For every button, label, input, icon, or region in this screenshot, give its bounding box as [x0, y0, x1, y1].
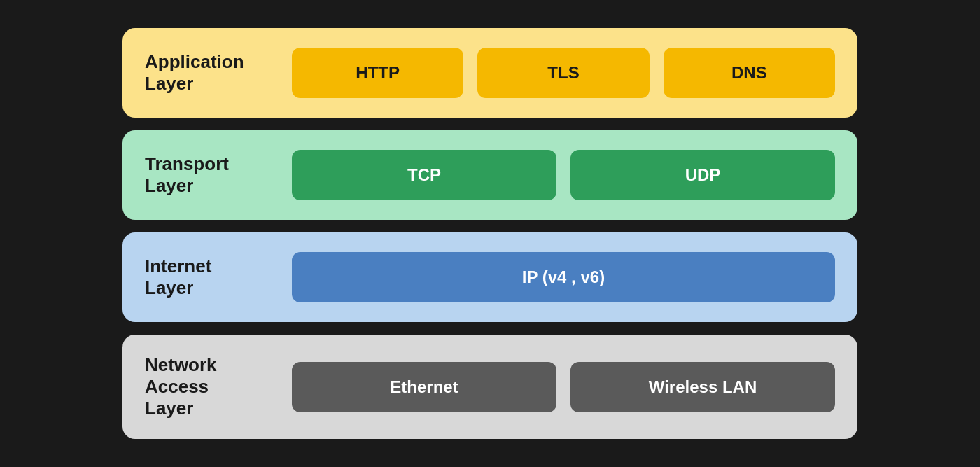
layer-item-ip--v4---v6-: IP (v4 , v6) — [292, 252, 835, 302]
layer-internet-label: Internet Layer — [145, 256, 271, 299]
layer-internet: Internet LayerIP (v4 , v6) — [122, 232, 858, 322]
layer-network: Network Access LayerEthernetWireless LAN — [122, 335, 858, 440]
layer-network-items: EthernetWireless LAN — [292, 362, 835, 412]
layer-transport: Transport LayerTCPUDP — [122, 130, 858, 220]
network-diagram: Application LayerHTTPTLSDNSTransport Lay… — [122, 28, 858, 440]
layer-network-label: Network Access Layer — [145, 354, 271, 420]
layer-transport-items: TCPUDP — [292, 150, 835, 200]
layer-item-wireless-lan: Wireless LAN — [570, 362, 835, 412]
layer-application-label: Application Layer — [145, 51, 271, 95]
layer-item-udp: UDP — [570, 150, 835, 200]
layer-item-tcp: TCP — [292, 150, 556, 200]
layer-item-dns: DNS — [664, 48, 835, 98]
layer-item-http: HTTP — [292, 48, 463, 98]
layer-item-ethernet: Ethernet — [292, 362, 556, 412]
layer-transport-label: Transport Layer — [145, 153, 271, 197]
layer-application: Application LayerHTTPTLSDNS — [122, 28, 858, 118]
layer-application-items: HTTPTLSDNS — [292, 48, 835, 98]
layer-item-tls: TLS — [477, 48, 649, 98]
layer-internet-items: IP (v4 , v6) — [292, 252, 835, 302]
